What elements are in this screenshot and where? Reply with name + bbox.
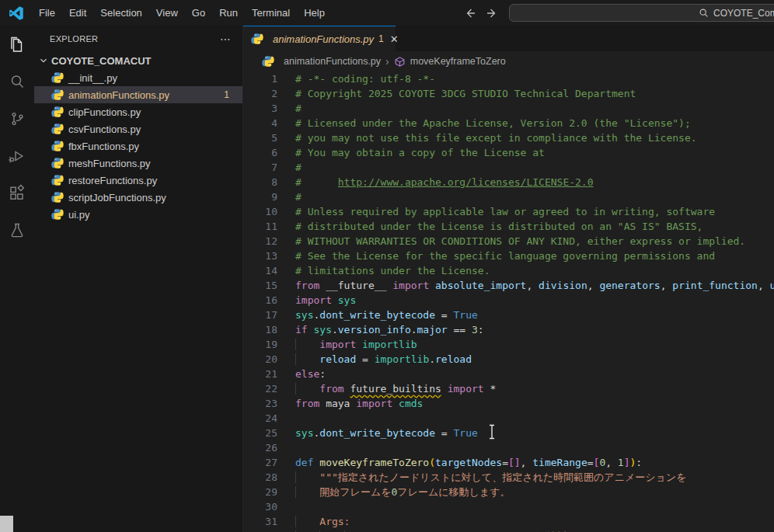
code-line[interactable]: 21else: (243, 367, 774, 381)
menu-file[interactable]: File (32, 7, 62, 19)
line-number[interactable]: 8 (243, 175, 277, 190)
code-line[interactable]: 3# (243, 101, 774, 116)
tab-animationfunctions[interactable]: animationFunctions.py 1 ✕ (243, 26, 396, 51)
code-line[interactable]: 4# Licensed under the Apache License, Ve… (243, 116, 774, 130)
nav-back-icon[interactable] (463, 7, 476, 19)
nav-forward-icon[interactable] (486, 7, 499, 19)
activitybar-run-debug[interactable] (0, 137, 34, 175)
activitybar-search[interactable] (0, 63, 34, 100)
line-number[interactable]: 22 (243, 381, 277, 396)
line-number[interactable]: 9 (243, 190, 277, 204)
code-line[interactable]: 1# -*- coding: utf-8 -*- (243, 71, 774, 86)
activitybar-testing[interactable] (0, 212, 34, 249)
line-number[interactable]: 30 (243, 499, 277, 514)
menu-run[interactable]: Run (212, 7, 245, 19)
code-line[interactable]: 16import sys (243, 293, 774, 308)
menu-view[interactable]: View (149, 7, 185, 19)
file-item-meshfunctions-py[interactable]: meshFunctions.py (34, 155, 242, 172)
code-line[interactable]: 10# Unless required by applicable law or… (243, 204, 774, 219)
menu-terminal[interactable]: Terminal (245, 7, 297, 19)
menu-edit[interactable]: Edit (62, 7, 93, 19)
code-line[interactable]: 19 import importlib (243, 337, 774, 352)
code-line[interactable]: 13# See the License for the specific lan… (243, 249, 774, 263)
code-line[interactable]: 30 (243, 499, 774, 514)
code-line[interactable]: 5# you may not use this file except in c… (243, 130, 774, 145)
line-number[interactable]: 5 (243, 130, 277, 145)
line-number[interactable]: 20 (243, 352, 277, 367)
line-number[interactable]: 11 (243, 219, 277, 234)
command-center-search[interactable]: COYOTE_Coma (509, 4, 774, 22)
line-number[interactable]: 19 (243, 337, 277, 352)
code-line[interactable]: 27def moveKeyframeToZero(targetNodes=[],… (243, 455, 774, 470)
code-line[interactable]: 20 reload = importlib.reload (243, 352, 774, 367)
line-number[interactable]: 13 (243, 249, 277, 263)
code-line[interactable]: 25sys.dont_write_bytecode = True (243, 426, 774, 440)
activitybar-extensions[interactable] (0, 175, 34, 212)
code-line[interactable]: 29 開始フレームを0フレームに移動します。 (243, 485, 774, 499)
breadcrumb-symbol[interactable]: moveKeyframeToZero (410, 56, 506, 67)
line-number[interactable]: 28 (243, 470, 277, 485)
line-number[interactable]: 18 (243, 322, 277, 337)
line-number[interactable]: 26 (243, 440, 277, 455)
line-number[interactable]: 15 (243, 278, 277, 293)
line-number[interactable]: 29 (243, 485, 277, 499)
file-item--init-py[interactable]: __init__.py (34, 69, 242, 86)
activitybar-source-control[interactable] (0, 100, 34, 137)
line-number[interactable]: 24 (243, 411, 277, 426)
menu-selection[interactable]: Selection (93, 7, 148, 19)
code-line[interactable]: 32 targetNodes (list): フレーム移動対象ノードリスト (243, 529, 774, 532)
line-content: from future_builtins import * (277, 381, 496, 396)
line-number[interactable]: 1 (243, 71, 277, 86)
line-number[interactable]: 27 (243, 455, 277, 470)
activitybar-explorer[interactable] (0, 26, 34, 63)
line-number[interactable]: 32 (243, 529, 277, 532)
code-editor[interactable]: 1# -*- coding: utf-8 -*-2# Copyright 202… (243, 71, 774, 532)
file-name: scriptJobFunctions.py (68, 192, 166, 203)
line-number[interactable]: 4 (243, 116, 277, 130)
code-line[interactable]: 17sys.dont_write_bytecode = True (243, 308, 774, 322)
code-line[interactable]: 31 Args: (243, 514, 774, 529)
line-number[interactable]: 17 (243, 308, 277, 322)
explorer-more-actions-button[interactable]: ⋯ (220, 33, 232, 45)
code-line[interactable]: 15from __future__ import absolute_import… (243, 278, 774, 293)
code-line[interactable]: 26 (243, 440, 774, 455)
file-item-scriptjobfunctions-py[interactable]: scriptJobFunctions.py (34, 189, 242, 206)
line-number[interactable]: 14 (243, 263, 277, 278)
line-number[interactable]: 6 (243, 145, 277, 160)
file-item-fbxfunctions-py[interactable]: fbxFunctions.py (34, 137, 242, 155)
code-line[interactable]: 28 """指定されたノードリストに対して、指定された時間範囲のアニメーションを (243, 470, 774, 485)
line-number[interactable]: 3 (243, 101, 277, 116)
code-line[interactable]: 7# (243, 160, 774, 175)
tab-close-icon[interactable]: ✕ (390, 33, 399, 45)
code-line[interactable]: 6# You may obtain a copy of the License … (243, 145, 774, 160)
code-line[interactable]: 12# WITHOUT WARRANTIES OR CONDITIONS OF … (243, 234, 774, 249)
file-item-clipfunctions-py[interactable]: clipFunctions.py (34, 103, 242, 120)
code-line[interactable]: 14# limitations under the License. (243, 263, 774, 278)
line-number[interactable]: 2 (243, 86, 277, 101)
line-content: sys.dont_write_bytecode = True (277, 308, 478, 322)
code-line[interactable]: 11# distributed under the License is dis… (243, 219, 774, 234)
line-number[interactable]: 16 (243, 293, 277, 308)
file-item-ui-py[interactable]: ui.py (34, 206, 242, 223)
code-line[interactable]: 18if sys.version_info.major == 3: (243, 322, 774, 337)
code-line[interactable]: 23from maya import cmds (243, 396, 774, 411)
file-item-csvfunctions-py[interactable]: csvFunctions.py (34, 120, 242, 137)
code-line[interactable]: 8# http://www.apache.org/licenses/LICENS… (243, 175, 774, 190)
menu-go[interactable]: Go (185, 7, 212, 19)
line-number[interactable]: 21 (243, 367, 277, 381)
file-item-restorefunctions-py[interactable]: restoreFunctions.py (34, 172, 242, 189)
code-line[interactable]: 9# (243, 190, 774, 204)
line-number[interactable]: 25 (243, 426, 277, 440)
menu-help[interactable]: Help (297, 7, 332, 19)
file-item-animationfunctions-py[interactable]: animationFunctions.py1 (34, 86, 242, 103)
breadcrumb-file[interactable]: animationFunctions.py (284, 56, 381, 67)
line-number[interactable]: 31 (243, 514, 277, 529)
line-number[interactable]: 23 (243, 396, 277, 411)
line-number[interactable]: 10 (243, 204, 277, 219)
folder-row-coyote-comacut[interactable]: COYOTE_COMACUT (34, 52, 242, 69)
code-line[interactable]: 2# Copyright 2025 COYOTE 3DCG STUDIO Tec… (243, 86, 774, 101)
line-number[interactable]: 12 (243, 234, 277, 249)
line-number[interactable]: 7 (243, 160, 277, 175)
code-line[interactable]: 22 from future_builtins import * (243, 381, 774, 396)
code-line[interactable]: 24 (243, 411, 774, 426)
